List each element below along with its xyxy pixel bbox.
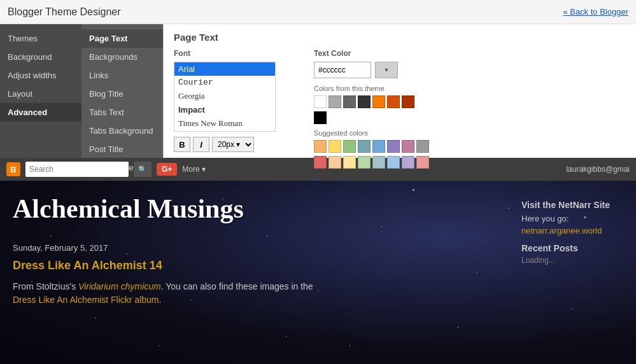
post-body-italic: Viridarium chymicum — [78, 281, 161, 291]
back-to-blogger-link[interactable]: « Back to Blogger — [563, 7, 628, 17]
font-option-courier[interactable]: Courier — [174, 76, 275, 89]
theme-color-8[interactable] — [314, 111, 327, 124]
sug-color-11[interactable] — [343, 156, 356, 169]
font-size-select[interactable]: 20px ▾ — [212, 137, 254, 152]
blog-preview: Alchemical Musings Sunday, February 5, 2… — [0, 181, 636, 364]
top-header: Blogger Theme Designer « Back to Blogger — [0, 0, 636, 24]
sug-color-8[interactable] — [416, 140, 429, 153]
designer-panel: Themes Background Adjust widths Layout A… — [0, 24, 636, 158]
theme-color-5[interactable] — [372, 95, 385, 108]
font-style-row: B I 20px ▾ — [174, 137, 288, 152]
post-date: Sunday, February 5, 2017 — [13, 243, 509, 253]
blog-main: Alchemical Musings Sunday, February 5, 2… — [0, 193, 521, 307]
theme-color-3[interactable] — [343, 95, 356, 108]
post-body: From Stoltzius's Viridarium chymicum. Yo… — [13, 280, 509, 307]
color-swatch-button[interactable] — [375, 62, 398, 78]
submenu-links[interactable]: Links — [81, 66, 163, 85]
sug-color-7[interactable] — [402, 140, 414, 153]
font-option-georgia[interactable]: Georgia — [174, 89, 275, 103]
sug-color-16[interactable] — [416, 156, 429, 169]
more-button[interactable]: More ▾ — [182, 165, 206, 174]
sug-color-15[interactable] — [402, 156, 414, 169]
submenu-page-text[interactable]: Page Text — [81, 29, 163, 48]
sidebar-item-background[interactable]: Background — [0, 48, 81, 66]
blog-content: Alchemical Musings Sunday, February 5, 2… — [0, 181, 636, 307]
sug-color-14[interactable] — [387, 156, 400, 169]
submenu-post-title[interactable]: Post Title — [81, 140, 163, 158]
sidebar-item-layout[interactable]: Layout — [0, 85, 81, 103]
google-plus-button[interactable]: G+ — [157, 163, 177, 176]
blog-title: Alchemical Musings — [13, 193, 509, 224]
italic-button[interactable]: I — [193, 137, 209, 152]
theme-color-7[interactable] — [402, 95, 414, 108]
sug-color-6[interactable] — [387, 140, 400, 153]
sug-color-9[interactable] — [314, 156, 327, 169]
submenu-backgrounds[interactable]: Backgrounds — [81, 48, 163, 66]
user-email: laurakgibbs@gmai — [566, 165, 630, 174]
sidebar-item-adjust-widths[interactable]: Adjust widths — [0, 66, 81, 85]
text-color-label: Text Color — [314, 49, 626, 58]
here-label: Here you go: — [521, 214, 626, 223]
sug-color-13[interactable] — [372, 156, 385, 169]
theme-color-6[interactable] — [387, 95, 400, 108]
suggested-color-row-1 — [314, 140, 626, 153]
blog-sidebar: Visit the NetNarr Site Here you go: netn… — [521, 193, 636, 307]
font-option-times[interactable]: Times New Roman — [174, 116, 275, 130]
post-body-end: . — [159, 295, 162, 305]
post-body-prefix: From Stoltzius's — [13, 281, 78, 291]
color-hex-input[interactable] — [314, 62, 371, 78]
recent-posts-title: Recent Posts — [521, 243, 626, 253]
font-option-arial[interactable]: Arial — [174, 62, 275, 76]
search-input[interactable] — [25, 162, 129, 177]
theme-color-row — [314, 95, 626, 108]
panel-title: Page Text — [174, 32, 626, 43]
sug-color-2[interactable] — [329, 140, 341, 153]
font-label: Font — [174, 49, 288, 58]
submenu-blog-title[interactable]: Blog Title — [81, 85, 163, 103]
sug-color-4[interactable] — [358, 140, 371, 153]
theme-color-1[interactable] — [314, 95, 327, 108]
visit-title: Visit the NetNarr Site — [521, 200, 626, 210]
sidebar-item-advanced[interactable]: Advanced — [0, 103, 81, 122]
bold-button[interactable]: B — [174, 137, 190, 152]
sidebar-item-themes[interactable]: Themes — [0, 29, 81, 48]
search-button[interactable]: 🔍 — [134, 162, 152, 177]
sug-color-10[interactable] — [329, 156, 341, 169]
blogger-icon: B — [6, 162, 20, 176]
color-input-row — [314, 62, 626, 78]
sug-color-5[interactable] — [372, 140, 385, 153]
post-title: Dress Like An Alchemist 14 — [13, 259, 509, 272]
sug-color-12[interactable] — [358, 156, 371, 169]
sug-color-3[interactable] — [343, 140, 356, 153]
sug-color-1[interactable] — [314, 140, 327, 153]
theme-color-2[interactable] — [329, 95, 341, 108]
font-list[interactable]: Arial Courier Georgia Impact Times New R… — [174, 62, 276, 132]
app-title: Blogger Theme Designer — [8, 6, 121, 18]
theme-colors-label: Colors from this theme — [314, 85, 626, 92]
suggested-colors-label: Suggested colors — [314, 129, 626, 137]
site-link[interactable]: netnarr.arganee.world — [521, 226, 626, 235]
sub-menu: Page Text Backgrounds Links Blog Title T… — [81, 24, 163, 158]
post-body-suffix: . You can also find these images in the — [161, 281, 313, 291]
theme-color-4[interactable] — [358, 95, 371, 108]
right-panel: Page Text Font Arial Courier Georgia Imp… — [163, 24, 636, 158]
font-option-impact[interactable]: Impact — [174, 103, 275, 116]
left-sidebar: Themes Background Adjust widths Layout A… — [0, 24, 81, 158]
post-body-link[interactable]: Dress Like An Alchemist Flickr album — [13, 295, 159, 305]
submenu-tabs-background[interactable]: Tabs Background — [81, 122, 163, 140]
submenu-tabs-text[interactable]: Tabs Text — [81, 103, 163, 122]
loading-text: Loading... — [521, 256, 626, 265]
theme-color-row-2 — [314, 111, 626, 124]
